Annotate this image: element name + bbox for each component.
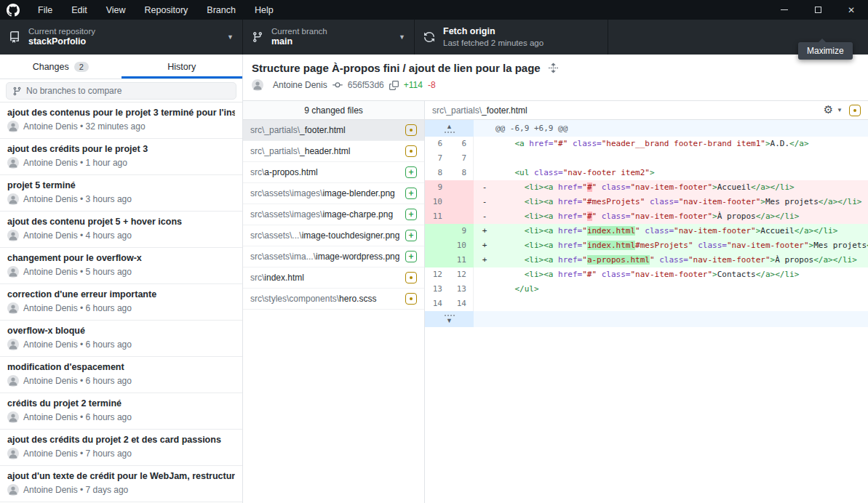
code-segment: </a></li> bbox=[751, 182, 795, 192]
file-row[interactable]: src\assets\ima...\image-wordpress.png+ bbox=[243, 246, 424, 267]
diff-line[interactable]: 11+ <li><a href="a-propos.html" class="n… bbox=[425, 253, 868, 267]
code-segment: Mes projets bbox=[765, 197, 819, 206]
commit-item-meta: Antoine Denis • 6 hours ago bbox=[7, 302, 235, 314]
menu-item-branch[interactable]: Branch bbox=[197, 0, 245, 20]
diff-line[interactable]: 10- <li><a href="#mesProjets" class="nav… bbox=[425, 195, 868, 209]
modified-status-icon bbox=[405, 145, 417, 157]
code-segment: " bbox=[582, 182, 587, 192]
commit-list-item[interactable]: overflow-x bloquéAntoine Denis • 6 hours… bbox=[0, 321, 242, 357]
tab-history[interactable]: History bbox=[122, 55, 243, 79]
changed-files-header: 9 changed files bbox=[243, 101, 424, 120]
code-segment: " bbox=[582, 241, 587, 250]
code-segment: class= bbox=[529, 168, 562, 177]
commit-list-item[interactable]: ajout des crédits pour le projet 3Antoin… bbox=[0, 139, 242, 175]
file-row[interactable]: src\index.html bbox=[243, 267, 424, 289]
diff-line[interactable]: 11- <li><a href="#" class="nav-item-foot… bbox=[425, 209, 868, 224]
diff-line-gutter: 77 bbox=[425, 151, 474, 166]
menu-item-help[interactable]: Help bbox=[245, 0, 283, 20]
menu-item-edit[interactable]: Edit bbox=[62, 0, 97, 20]
current-repository-dropdown[interactable]: Current repository stackPorfolio ▼ bbox=[0, 20, 243, 55]
diff-line[interactable]: 1212 <li><a href="#" class="nav-item-foo… bbox=[425, 267, 868, 282]
commit-item-title: ajout des contenu projet 5 + hover icons bbox=[7, 217, 235, 227]
commit-list-item[interactable]: ajout des contenus pour le projet 3 term… bbox=[0, 102, 242, 139]
commit-list-item[interactable]: ajout des contenu projet 5 + hover icons… bbox=[0, 212, 242, 248]
diff-line[interactable]: 88 <ul class="nav-footer item2"> bbox=[425, 166, 868, 180]
menu-item-view[interactable]: View bbox=[97, 0, 135, 20]
menu-item-file[interactable]: File bbox=[28, 0, 62, 20]
unfold-icon[interactable] bbox=[548, 63, 559, 73]
file-row[interactable]: src\assets\images\image-charpe.png+ bbox=[243, 204, 424, 225]
file-row[interactable]: src\assets\images\image-blender.png+ bbox=[243, 183, 424, 204]
commit-list-item[interactable]: ajout des crédits du projet 2 et des car… bbox=[0, 430, 242, 466]
diff-line[interactable]: 1414 bbox=[425, 297, 868, 311]
code-segment: # bbox=[587, 182, 592, 192]
diff-line[interactable]: 10+ <li><a href="index.html#mesProjets" … bbox=[425, 238, 868, 253]
tab-changes[interactable]: Changes 2 bbox=[0, 55, 122, 79]
menu-item-repository[interactable]: Repository bbox=[135, 0, 198, 20]
code-segment: Contacts bbox=[717, 270, 756, 279]
code-segment: class= bbox=[597, 270, 630, 279]
file-row[interactable]: src\_partials\_header.html bbox=[243, 141, 424, 162]
diff-marker: - bbox=[474, 209, 495, 224]
new-line-number: 6 bbox=[449, 137, 473, 151]
branch-compare-input[interactable]: No branches to compare bbox=[6, 82, 236, 100]
code-segment: "#mesProjets" bbox=[582, 197, 645, 206]
code-segment: </a></li> bbox=[756, 212, 800, 221]
diff-code: <li><a href="index.html#mesProjets" clas… bbox=[495, 238, 868, 253]
code-segment: > bbox=[712, 182, 717, 192]
avatar bbox=[7, 230, 19, 241]
old-line-number: 10 bbox=[425, 195, 449, 209]
code-segment: "nav-item-footer" bbox=[630, 182, 712, 192]
file-path: src\assets\ima...\image-wordpress.png bbox=[250, 252, 399, 262]
commit-list-item[interactable]: projet 5 terminéAntoine Denis • 3 hours … bbox=[0, 175, 242, 212]
changes-count-badge: 2 bbox=[74, 62, 89, 72]
code-segment: "nav-item-footer" bbox=[727, 241, 809, 250]
commit-list-item[interactable]: correction d'une erreur importanteAntoin… bbox=[0, 284, 242, 321]
commit-list-item[interactable]: changement pour le overflow-xAntoine Den… bbox=[0, 248, 242, 284]
code-segment: a-propos.html bbox=[587, 255, 650, 265]
diff-line[interactable]: 9- <li><a href="#" class="nav-item-foote… bbox=[425, 180, 868, 195]
expand-hunk-down-button[interactable]: ▼ bbox=[425, 311, 474, 327]
fetch-origin-button[interactable]: Fetch origin Last fetched 2 minutes ago bbox=[415, 20, 608, 55]
diff-line[interactable]: 77 bbox=[425, 151, 868, 166]
file-row[interactable]: src\assets\...\image-touchdesigner.png+ bbox=[243, 225, 424, 246]
copy-icon[interactable] bbox=[389, 81, 399, 90]
minimize-icon bbox=[781, 9, 788, 10]
deletions-count: -8 bbox=[428, 80, 436, 90]
code-segment bbox=[495, 270, 525, 279]
hunk-header-text: @@ -6,9 +6,9 @@ bbox=[474, 120, 568, 137]
commit-item-meta: Antoine Denis • 7 hours ago bbox=[7, 448, 235, 459]
code-segment: href= bbox=[554, 197, 583, 206]
changed-files-panel: 9 changed files src\_partials\_footer.ht… bbox=[243, 101, 425, 503]
close-button[interactable]: ✕ bbox=[835, 0, 868, 20]
commit-list-item[interactable]: ajout d'un texte de crédit pour le WebJa… bbox=[0, 466, 242, 502]
code-segment: href= bbox=[554, 182, 583, 192]
added-status-icon: + bbox=[405, 251, 417, 262]
commit-item-author-time: Antoine Denis • 3 hours ago bbox=[23, 194, 132, 204]
changed-files-list: src\_partials\_footer.htmlsrc\_partials\… bbox=[243, 120, 424, 310]
code-segment: class= bbox=[655, 255, 688, 265]
code-segment bbox=[495, 212, 525, 221]
commit-item-meta: Antoine Denis • 32 minutes ago bbox=[7, 121, 235, 132]
gear-icon[interactable]: ⚙ bbox=[824, 105, 833, 116]
code-segment: > bbox=[712, 212, 717, 221]
chevron-down-icon[interactable]: ▼ bbox=[837, 107, 843, 113]
file-dir: src\assets\ima...\ bbox=[250, 252, 316, 262]
diff-header: src\_partials\_footer.html ⚙ ▼ bbox=[425, 101, 868, 120]
commit-item-title: ajout des crédits pour le projet 3 bbox=[7, 144, 235, 154]
expand-hunk-up-button[interactable]: ▲ bbox=[425, 120, 474, 137]
diff-line[interactable]: 9+ <li><a href="index.html" class="nav-i… bbox=[425, 224, 868, 238]
commit-list-item[interactable]: crédits du projet 2 terminéAntoine Denis… bbox=[0, 393, 242, 430]
file-row[interactable]: src\_partials\_footer.html bbox=[243, 120, 424, 141]
commit-list-item[interactable]: modification d'espacementAntoine Denis •… bbox=[0, 357, 242, 393]
current-branch-dropdown[interactable]: Current branch main ▼ bbox=[243, 20, 415, 55]
code-segment: <li><a bbox=[525, 226, 554, 236]
file-row[interactable]: src\styles\components\hero.scss bbox=[243, 289, 424, 310]
diff-line[interactable]: 66 <a href="#" class="header__brand foot… bbox=[425, 137, 868, 151]
maximize-button[interactable] bbox=[801, 0, 835, 20]
minimize-button[interactable] bbox=[768, 0, 801, 20]
code-segment: "#" bbox=[582, 270, 597, 279]
git-commit-icon bbox=[333, 80, 343, 90]
file-row[interactable]: src\a-propos.html+ bbox=[243, 162, 424, 183]
diff-line[interactable]: 1313 </ul> bbox=[425, 282, 868, 297]
